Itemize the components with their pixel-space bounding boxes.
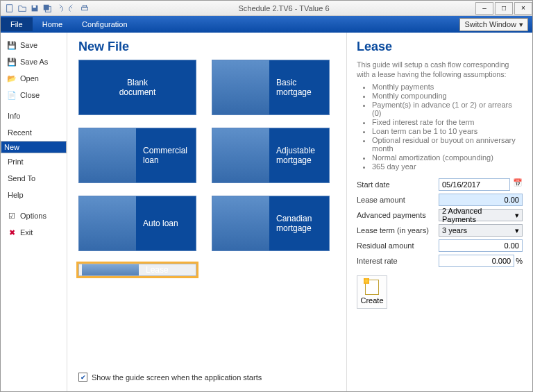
- svg-rect-5: [82, 7, 88, 10]
- tile-thumbnail: [212, 128, 269, 182]
- interest-rate-input[interactable]: [439, 255, 514, 267]
- options-icon: ☑: [8, 212, 16, 220]
- quick-access-toolbar: [1, 3, 94, 13]
- sidebar-item-exit[interactable]: ✖Exit: [1, 224, 67, 241]
- tile-thumbnail: [212, 196, 269, 250]
- tile-thumbnail: [212, 60, 269, 114]
- save-icon: 💾: [8, 41, 16, 49]
- guide-footer: ✔ Show the guide screen when the applica…: [78, 367, 335, 387]
- sidebar-item-recent[interactable]: Recent: [1, 124, 67, 141]
- open-icon: 📂: [8, 74, 16, 83]
- tile-adjustable-mortgage[interactable]: Adjustable mortgage: [212, 128, 330, 183]
- guide-description: This guide will setup a cash flow corres…: [357, 60, 523, 79]
- show-guide-label: Show the guide screen when the applicati…: [92, 373, 262, 382]
- show-guide-checkbox[interactable]: ✔: [78, 373, 87, 382]
- ribbon-tab-home[interactable]: Home: [33, 17, 72, 31]
- qat-saveall-icon[interactable]: [42, 3, 52, 13]
- start-date-input[interactable]: [439, 178, 510, 191]
- new-file-panel: New File Blank document Basic mortgage C…: [67, 33, 346, 391]
- qat-save-icon[interactable]: [30, 3, 40, 13]
- tile-lease[interactable]: Lease: [78, 264, 196, 276]
- tile-auto-loan[interactable]: Auto loan: [78, 196, 196, 251]
- lease-term-select[interactable]: 3 years▾: [439, 224, 523, 237]
- minimize-button[interactable]: –: [475, 2, 493, 15]
- calendar-icon[interactable]: 📅: [513, 178, 523, 188]
- sidebar-item-close[interactable]: 📄Close: [1, 87, 67, 103]
- tile-thumbnail: [79, 196, 136, 250]
- create-button[interactable]: Create: [357, 275, 387, 309]
- tile-thumbnail: [82, 264, 139, 275]
- tile-thumbnail: [79, 128, 136, 182]
- sidebar-item-saveas[interactable]: 💾Save As: [1, 53, 67, 70]
- svg-rect-2: [33, 5, 35, 8]
- lease-amount-input[interactable]: [439, 194, 523, 206]
- saveas-icon: 💾: [8, 58, 16, 66]
- percent-suffix: %: [516, 257, 523, 265]
- sidebar-item-sendto[interactable]: Send To: [1, 170, 67, 187]
- start-date-label: Start date: [357, 180, 439, 189]
- close-window-button[interactable]: ×: [514, 2, 532, 15]
- guide-panel: Lease This guide will setup a cash flow …: [346, 33, 532, 391]
- lease-amount-label: Lease amount: [357, 196, 439, 204]
- tile-canadian-mortgage[interactable]: Canadian mortgage: [212, 196, 330, 251]
- chevron-down-icon: ▾: [519, 20, 523, 29]
- interest-rate-label: Interest rate: [357, 257, 439, 265]
- guide-title: Lease: [357, 40, 523, 54]
- qat-new-icon[interactable]: [5, 3, 15, 13]
- tile-commercial-loan[interactable]: Commercial loan: [78, 128, 196, 183]
- close-icon: 📄: [8, 91, 16, 99]
- guide-bullets: Monthly payments Monthly compounding Pay…: [357, 82, 523, 171]
- sidebar-item-new[interactable]: New: [1, 141, 67, 153]
- chevron-down-icon: ▾: [515, 226, 519, 235]
- svg-rect-6: [83, 5, 86, 7]
- tile-blank-document[interactable]: Blank document: [78, 60, 196, 115]
- ribbon: File Home Configuration Switch Window ▾: [1, 16, 532, 33]
- tile-basic-mortgage[interactable]: Basic mortgage: [212, 60, 330, 115]
- ribbon-tab-file[interactable]: File: [1, 17, 33, 31]
- backstage-sidebar: 💾Save 💾Save As 📂Open 📄Close Info Recent …: [1, 33, 67, 391]
- create-icon: [365, 280, 379, 295]
- qat-undo-icon[interactable]: [55, 3, 65, 13]
- exit-icon: ✖: [8, 228, 16, 237]
- svg-rect-0: [7, 4, 12, 12]
- qat-open-icon[interactable]: [17, 3, 27, 13]
- window-controls: – □ ×: [474, 2, 532, 15]
- sidebar-item-options[interactable]: ☑Options: [1, 207, 67, 224]
- window-title: Schedule 2.TV6 - TValue 6: [94, 4, 474, 12]
- ribbon-tab-configuration[interactable]: Configuration: [72, 17, 137, 31]
- chevron-down-icon: ▾: [515, 211, 519, 220]
- sidebar-item-help[interactable]: Help: [1, 187, 67, 203]
- sidebar-item-save[interactable]: 💾Save: [1, 37, 67, 53]
- switch-window-button[interactable]: Switch Window ▾: [459, 18, 528, 31]
- svg-rect-3: [44, 4, 49, 10]
- qat-redo-icon[interactable]: [67, 3, 77, 13]
- switch-window-label: Switch Window: [464, 20, 516, 28]
- advanced-payments-select[interactable]: 2 Advanced Payments▾: [439, 209, 523, 221]
- residual-amount-input[interactable]: [439, 239, 523, 252]
- qat-print-icon[interactable]: [80, 3, 90, 13]
- sidebar-item-info[interactable]: Info: [1, 108, 67, 124]
- title-bar: Schedule 2.TV6 - TValue 6 – □ ×: [1, 1, 532, 16]
- lease-term-label: Lease term (in years): [357, 226, 439, 235]
- residual-amount-label: Residual amount: [357, 241, 439, 250]
- page-title: New File: [78, 40, 335, 54]
- maximize-button[interactable]: □: [495, 2, 513, 15]
- sidebar-item-print[interactable]: Print: [1, 153, 67, 170]
- template-grid: Blank document Basic mortgage Commercial…: [78, 60, 335, 276]
- advanced-payments-label: Advanced payments: [357, 211, 439, 219]
- sidebar-item-open[interactable]: 📂Open: [1, 70, 67, 87]
